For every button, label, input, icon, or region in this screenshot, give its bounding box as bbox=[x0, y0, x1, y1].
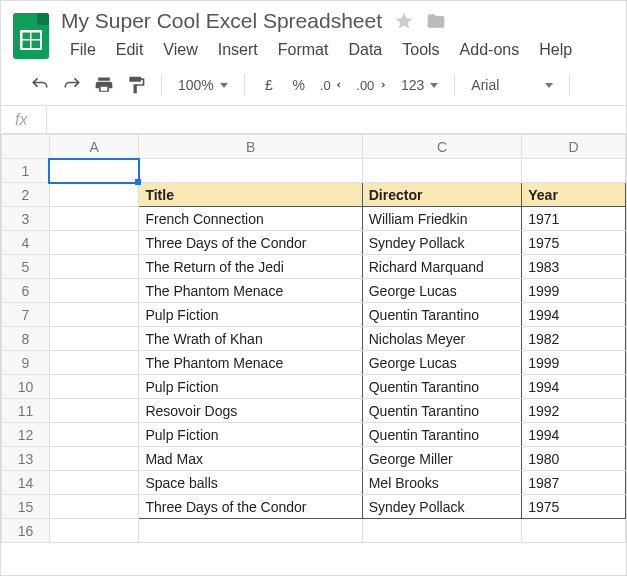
cell[interactable]: Quentin Tarantino bbox=[362, 399, 522, 423]
cell[interactable]: 1983 bbox=[522, 255, 626, 279]
cell[interactable]: Three Days of the Condor bbox=[139, 231, 362, 255]
cell[interactable]: Quentin Tarantino bbox=[362, 375, 522, 399]
cell[interactable] bbox=[362, 159, 522, 183]
row-header[interactable]: 13 bbox=[2, 447, 50, 471]
row-header[interactable]: 4 bbox=[2, 231, 50, 255]
row-header[interactable]: 10 bbox=[2, 375, 50, 399]
cell[interactable] bbox=[49, 231, 139, 255]
cell[interactable]: Quentin Tarantino bbox=[362, 303, 522, 327]
cell[interactable]: 1971 bbox=[522, 207, 626, 231]
cell[interactable]: Quentin Tarantino bbox=[362, 423, 522, 447]
menu-edit[interactable]: Edit bbox=[107, 37, 153, 63]
percent-button[interactable]: % bbox=[287, 73, 311, 97]
column-header-B[interactable]: B bbox=[139, 135, 362, 159]
print-button[interactable] bbox=[91, 73, 117, 97]
cell[interactable] bbox=[362, 519, 522, 543]
cell[interactable] bbox=[49, 303, 139, 327]
number-format-dropdown[interactable]: 123 bbox=[397, 77, 442, 93]
cell[interactable] bbox=[49, 447, 139, 471]
cell[interactable]: 1999 bbox=[522, 351, 626, 375]
column-header-C[interactable]: C bbox=[362, 135, 522, 159]
menu-data[interactable]: Data bbox=[339, 37, 391, 63]
menu-format[interactable]: Format bbox=[269, 37, 338, 63]
cell[interactable]: 1975 bbox=[522, 231, 626, 255]
cell[interactable]: Nicholas Meyer bbox=[362, 327, 522, 351]
cell[interactable]: 1992 bbox=[522, 399, 626, 423]
font-dropdown[interactable]: Arial bbox=[467, 77, 557, 93]
menu-help[interactable]: Help bbox=[530, 37, 581, 63]
star-icon[interactable] bbox=[394, 11, 414, 31]
cell[interactable] bbox=[49, 399, 139, 423]
cell[interactable]: The Phantom Menace bbox=[139, 351, 362, 375]
cell[interactable]: William Friedkin bbox=[362, 207, 522, 231]
row-header[interactable]: 16 bbox=[2, 519, 50, 543]
folder-icon[interactable] bbox=[426, 11, 446, 31]
cell[interactable] bbox=[49, 351, 139, 375]
cell[interactable]: Three Days of the Condor bbox=[139, 495, 362, 519]
row-header[interactable]: 15 bbox=[2, 495, 50, 519]
cell[interactable]: The Phantom Menace bbox=[139, 279, 362, 303]
cell[interactable]: The Return of the Jedi bbox=[139, 255, 362, 279]
menu-addons[interactable]: Add-ons bbox=[451, 37, 529, 63]
cell[interactable] bbox=[522, 519, 626, 543]
cell[interactable]: 1982 bbox=[522, 327, 626, 351]
cell[interactable]: Pulp Fiction bbox=[139, 423, 362, 447]
cell[interactable]: Mel Brooks bbox=[362, 471, 522, 495]
cell[interactable]: French Connection bbox=[139, 207, 362, 231]
decrease-decimal-button[interactable]: .0 bbox=[317, 73, 347, 97]
cell[interactable] bbox=[49, 159, 139, 183]
paint-format-button[interactable] bbox=[123, 73, 149, 97]
zoom-dropdown[interactable]: 100% bbox=[174, 77, 232, 93]
cell[interactable] bbox=[49, 375, 139, 399]
select-all-corner[interactable] bbox=[2, 135, 50, 159]
cell[interactable]: 1994 bbox=[522, 303, 626, 327]
cell[interactable] bbox=[49, 327, 139, 351]
cell[interactable]: 1994 bbox=[522, 423, 626, 447]
menu-file[interactable]: File bbox=[61, 37, 105, 63]
row-header[interactable]: 5 bbox=[2, 255, 50, 279]
row-header[interactable]: 9 bbox=[2, 351, 50, 375]
cell[interactable]: 1975 bbox=[522, 495, 626, 519]
column-header-D[interactable]: D bbox=[522, 135, 626, 159]
cell[interactable] bbox=[49, 207, 139, 231]
row-header[interactable]: 2 bbox=[2, 183, 50, 207]
cell[interactable]: The Wrath of Khan bbox=[139, 327, 362, 351]
menu-view[interactable]: View bbox=[154, 37, 206, 63]
cell[interactable]: Mad Max bbox=[139, 447, 362, 471]
row-header[interactable]: 3 bbox=[2, 207, 50, 231]
cell[interactable]: Pulp Fiction bbox=[139, 375, 362, 399]
row-header[interactable]: 7 bbox=[2, 303, 50, 327]
cell[interactable] bbox=[49, 495, 139, 519]
column-header-A[interactable]: A bbox=[49, 135, 139, 159]
cell[interactable]: Director bbox=[362, 183, 522, 207]
cell[interactable] bbox=[139, 519, 362, 543]
cell[interactable] bbox=[49, 423, 139, 447]
cell[interactable]: Syndey Pollack bbox=[362, 495, 522, 519]
cell[interactable]: 1999 bbox=[522, 279, 626, 303]
cell[interactable]: Pulp Fiction bbox=[139, 303, 362, 327]
document-title[interactable]: My Super Cool Excel Spreadsheet bbox=[61, 9, 382, 33]
cell[interactable]: George Lucas bbox=[362, 279, 522, 303]
cell[interactable]: Year bbox=[522, 183, 626, 207]
cell[interactable]: Title bbox=[139, 183, 362, 207]
cell[interactable]: Syndey Pollack bbox=[362, 231, 522, 255]
redo-button[interactable] bbox=[59, 73, 85, 97]
cell[interactable]: Resovoir Dogs bbox=[139, 399, 362, 423]
row-header[interactable]: 1 bbox=[2, 159, 50, 183]
currency-button[interactable]: £ bbox=[257, 73, 281, 97]
row-header[interactable]: 8 bbox=[2, 327, 50, 351]
cell[interactable]: 1987 bbox=[522, 471, 626, 495]
row-header[interactable]: 11 bbox=[2, 399, 50, 423]
cell[interactable] bbox=[139, 159, 362, 183]
cell[interactable] bbox=[49, 279, 139, 303]
row-header[interactable]: 14 bbox=[2, 471, 50, 495]
menu-insert[interactable]: Insert bbox=[209, 37, 267, 63]
cell[interactable]: Space balls bbox=[139, 471, 362, 495]
increase-decimal-button[interactable]: .00 bbox=[353, 73, 391, 97]
cell[interactable] bbox=[49, 471, 139, 495]
menu-tools[interactable]: Tools bbox=[393, 37, 448, 63]
spreadsheet-grid[interactable]: A B C D 12TitleDirectorYear3French Conne… bbox=[1, 134, 626, 543]
cell[interactable] bbox=[49, 183, 139, 207]
cell[interactable]: Richard Marquand bbox=[362, 255, 522, 279]
cell[interactable]: George Lucas bbox=[362, 351, 522, 375]
